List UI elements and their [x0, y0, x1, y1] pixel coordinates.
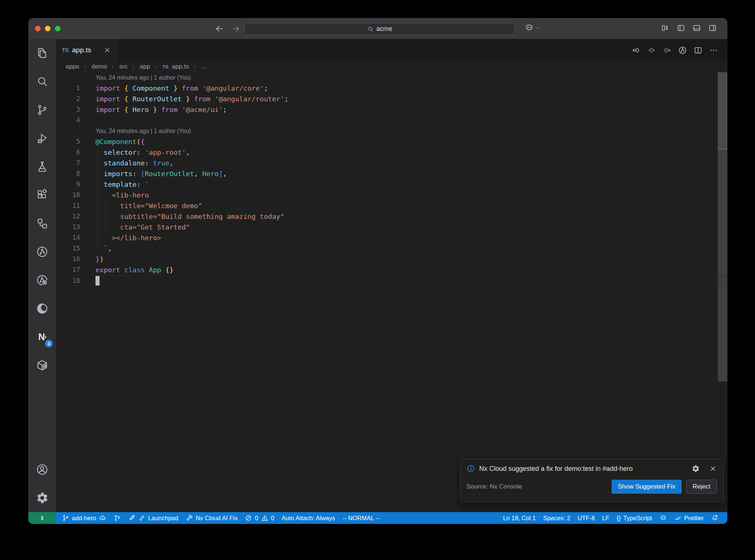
encoding-status[interactable]: UTF-8: [574, 515, 599, 522]
breadcrumb-item-apps[interactable]: apps: [66, 63, 79, 70]
code-line-14[interactable]: 14 ></lib-hero>: [56, 232, 727, 243]
code-line-7[interactable]: 7 standalone: true,: [56, 158, 727, 168]
code-line-4[interactable]: 4: [56, 115, 727, 126]
indentation-status[interactable]: Spaces: 2: [539, 515, 574, 522]
activity-item-edge-tools[interactable]: [28, 294, 56, 323]
activity-item-nx-project-graph[interactable]: [28, 238, 56, 266]
formatter-status-label: Prettier: [684, 515, 704, 522]
tab-app-ts[interactable]: TS app.ts: [56, 39, 118, 61]
code-line-17[interactable]: 17export class App {}: [56, 265, 727, 275]
problems-status[interactable]: 00: [241, 514, 278, 522]
copilot-menu[interactable]: [525, 23, 541, 32]
history-back-icon[interactable]: [215, 24, 224, 34]
minimize-window-button[interactable]: [45, 26, 51, 31]
copilot-status[interactable]: [656, 514, 671, 522]
activity-item-accounts[interactable]: [28, 455, 56, 484]
title-bar: acme: [28, 18, 727, 39]
code-line-11[interactable]: 11 title="Welcmoe demo": [56, 200, 727, 211]
nav-position-icon[interactable]: [647, 46, 656, 55]
breadcrumb-item-[interactable]: ...: [201, 63, 206, 70]
command-center-search[interactable]: acme: [244, 23, 515, 35]
code-line-10[interactable]: 10 <lib-hero: [56, 190, 727, 200]
code-line-15[interactable]: 15 `,: [56, 243, 727, 254]
workbench: N›3 TS app.ts appsdemosrcappTSapp.ts... …: [28, 39, 727, 512]
code-line-2[interactable]: 2import { RouterOutlet } from '@angular/…: [56, 94, 727, 104]
blame-annotation[interactable]: You, 24 minutes ago | 1 author (You): [56, 126, 727, 136]
activity-item-settings[interactable]: [28, 484, 56, 512]
more-actions-icon[interactable]: [709, 46, 718, 55]
zoom-window-button[interactable]: [55, 26, 60, 31]
activity-item-extensions[interactable]: [28, 181, 56, 209]
activity-item-nx-console[interactable]: N›3: [28, 323, 56, 351]
chevron-down-icon: [535, 25, 541, 31]
line-number: 10: [56, 190, 80, 200]
breadcrumb-item-src[interactable]: src: [119, 63, 128, 70]
indentation-status-label: Spaces: 2: [543, 515, 570, 522]
editor-cursor: [95, 276, 100, 286]
code-line-9[interactable]: 9 template: `: [56, 179, 727, 190]
history-forward-icon[interactable]: [231, 24, 241, 34]
vim-mode-status[interactable]: -- NORMAL --: [339, 515, 383, 522]
toggle-panel-icon[interactable]: [692, 24, 701, 32]
blame-text: You, 24 minutes ago | 1 author (You): [95, 72, 191, 83]
code-line-5[interactable]: 5@Component({: [56, 136, 727, 147]
auto-attach-status[interactable]: Auto Attach: Always: [278, 515, 339, 522]
code-line-12[interactable]: 12 subtitle="Build something amazing tod…: [56, 211, 727, 222]
link-icon: [138, 514, 146, 522]
code-line-text: `,: [95, 243, 112, 254]
notification-close-icon[interactable]: [709, 465, 717, 473]
activity-item-search[interactable]: [28, 67, 56, 96]
nav-forward-icon[interactable]: [662, 46, 672, 55]
breadcrumb-item-app[interactable]: app: [140, 63, 150, 70]
activity-item-source-control[interactable]: [28, 96, 56, 124]
code-line-1[interactable]: 1import { Component } from '@angular/cor…: [56, 83, 727, 94]
nx-cloud-ai-fix-status[interactable]: Nx Cloud AI Fix: [182, 514, 241, 522]
toggle-secondary-sidebar-icon[interactable]: [708, 24, 717, 32]
activity-item-project-flow[interactable]: [28, 209, 56, 238]
warning-triangle-icon: [261, 514, 268, 522]
code-line-text: standalone: true,: [95, 158, 174, 168]
notifications-status[interactable]: [707, 514, 722, 522]
editor-group: TS app.ts appsdemosrcappTSapp.ts... You,…: [56, 39, 727, 512]
code-line-8[interactable]: 8 imports: [RouterOutlet, Hero],: [56, 168, 727, 179]
language-status[interactable]: {}TypeScript: [613, 515, 656, 522]
activity-item-run-and-debug[interactable]: [28, 124, 56, 153]
close-window-button[interactable]: [35, 26, 41, 31]
code-line-13[interactable]: 13 cta="Get Started": [56, 222, 727, 232]
breadcrumb-item-demo[interactable]: demo: [91, 63, 107, 70]
nx-cloud-ai-fix-status-label: Nx Cloud AI Fix: [196, 515, 238, 522]
activity-item-testing[interactable]: [28, 153, 56, 181]
nav-back-icon[interactable]: [632, 46, 641, 55]
copilot-icon: [660, 514, 667, 522]
launchpad-status[interactable]: Launchpad: [125, 514, 182, 522]
notification-settings-icon[interactable]: [692, 465, 700, 473]
cursor-position-status[interactable]: Ln 18, Col 1: [499, 515, 539, 522]
nx-run-target-icon[interactable]: [678, 46, 687, 55]
code-editor[interactable]: You, 24 minutes ago | 1 author (You)1imp…: [56, 72, 727, 512]
code-line-16[interactable]: 16}): [56, 254, 727, 265]
activity-item-nx-graph-search[interactable]: [28, 266, 56, 294]
typescript-file-icon: TS: [62, 47, 69, 53]
code-line-3[interactable]: 3import { Hero } from '@acme/ui';: [56, 104, 727, 115]
code-line-6[interactable]: 6 selector: 'app-root',: [56, 147, 727, 158]
layout-customize-icon[interactable]: [661, 24, 669, 32]
branch-status[interactable]: add-hero: [58, 514, 110, 522]
close-tab-icon[interactable]: [103, 46, 111, 54]
activity-item-explorer[interactable]: [28, 39, 56, 67]
show-suggested-fix-button[interactable]: Show Suggested Fix: [612, 480, 682, 494]
activity-item-container-tools[interactable]: [28, 351, 56, 379]
reject-button[interactable]: Reject: [686, 480, 717, 494]
toggle-primary-sidebar-icon[interactable]: [676, 24, 685, 32]
remote-indicator[interactable]: [28, 512, 56, 524]
testing-icon: [36, 160, 49, 173]
eol-status[interactable]: LF: [599, 515, 613, 522]
project-flow-icon: [36, 217, 49, 230]
copilot-icon: [525, 23, 534, 32]
git-graph-status[interactable]: [110, 514, 125, 522]
blame-annotation[interactable]: You, 24 minutes ago | 1 author (You): [56, 72, 727, 83]
formatter-status[interactable]: Prettier: [671, 514, 707, 522]
split-editor-icon[interactable]: [693, 46, 703, 55]
tab-label: app.ts: [72, 46, 91, 54]
breadcrumb-item-appts[interactable]: app.ts: [172, 63, 189, 70]
code-line-18[interactable]: 18: [56, 275, 727, 286]
